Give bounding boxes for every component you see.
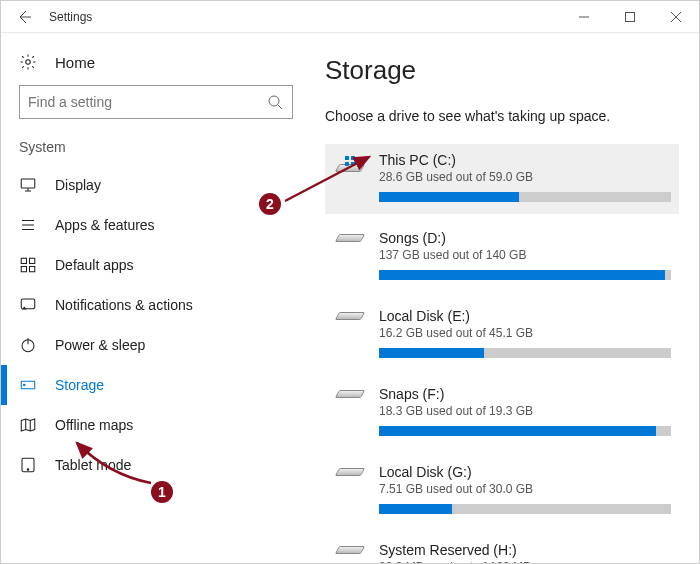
close-button[interactable] [653,1,699,33]
drive-item-f[interactable]: Snaps (F:) 18.3 GB used out of 19.3 GB [325,378,679,448]
back-button[interactable] [1,1,47,33]
hdd-icon [335,312,365,320]
drive-title: Songs (D:) [379,230,671,246]
usage-bar [379,426,671,436]
drive-usage: 137 GB used out of 140 GB [379,248,671,262]
drive-body: Local Disk (E:) 16.2 GB used out of 45.1… [379,308,671,358]
gear-icon [19,53,37,71]
window-controls [561,1,699,33]
svg-rect-5 [30,258,35,263]
sidebar-item-power[interactable]: Power & sleep [1,325,311,365]
drive-body: Snaps (F:) 18.3 GB used out of 19.3 GB [379,386,671,436]
sidebar-item-label: Power & sleep [55,337,145,353]
drive-icon [333,386,367,398]
svg-point-11 [24,384,26,386]
svg-rect-0 [626,12,635,21]
display-icon [19,176,37,194]
home-label: Home [55,54,95,71]
page-subtitle: Choose a drive to see what's taking up s… [325,108,679,124]
maximize-button[interactable] [607,1,653,33]
hdd-icon [335,234,365,242]
drive-item-h[interactable]: System Reserved (H:) 89.3 MB used out of… [325,534,679,563]
sidebar-item-label: Apps & features [55,217,155,233]
default-apps-icon [19,256,37,274]
svg-rect-3 [21,179,35,188]
sidebar-item-offline-maps[interactable]: Offline maps [1,405,311,445]
drive-body: Local Disk (G:) 7.51 GB used out of 30.0… [379,464,671,514]
usage-bar [379,192,671,202]
annotation-step-2: 2 [257,191,283,217]
notifications-icon [19,296,37,314]
drive-title: Local Disk (E:) [379,308,671,324]
usage-fill [379,504,452,514]
usage-fill [379,192,519,202]
usage-bar [379,270,671,280]
usage-bar [379,348,671,358]
drive-body: System Reserved (H:) 89.3 MB used out of… [379,542,671,563]
selection-indicator [1,365,7,405]
tablet-icon [19,456,37,474]
maps-icon [19,416,37,434]
window-title: Settings [47,10,561,24]
group-label: System [1,139,311,165]
windows-logo-icon [345,156,355,166]
main-panel: Storage Choose a drive to see what's tak… [311,33,699,563]
drive-icon [333,542,367,554]
page-title: Storage [325,55,679,86]
settings-window: Settings Home [0,0,700,564]
home-nav[interactable]: Home [1,47,311,85]
search-input[interactable] [28,94,266,110]
drive-usage: 18.3 GB used out of 19.3 GB [379,404,671,418]
drive-item-d[interactable]: Songs (D:) 137 GB used out of 140 GB [325,222,679,292]
search-box[interactable] [19,85,293,119]
hdd-icon [335,468,365,476]
drive-item-c[interactable]: This PC (C:) 28.6 GB used out of 59.0 GB [325,144,679,214]
usage-fill [379,270,665,280]
svg-rect-6 [21,267,26,272]
drive-usage: 89.3 MB used out of 100 MB [379,560,671,563]
annotation-step-1: 1 [149,479,175,505]
sidebar-item-label: Storage [55,377,104,393]
drive-usage: 7.51 GB used out of 30.0 GB [379,482,671,496]
drive-icon [333,152,367,172]
drive-body: Songs (D:) 137 GB used out of 140 GB [379,230,671,280]
sidebar-item-label: Offline maps [55,417,133,433]
svg-point-1 [26,60,31,65]
sidebar-item-default-apps[interactable]: Default apps [1,245,311,285]
hdd-icon [335,390,365,398]
drive-title: This PC (C:) [379,152,671,168]
drive-usage: 16.2 GB used out of 45.1 GB [379,326,671,340]
sidebar-item-label: Notifications & actions [55,297,193,313]
svg-point-2 [269,96,279,106]
drive-body: This PC (C:) 28.6 GB used out of 59.0 GB [379,152,671,202]
sidebar-item-label: Default apps [55,257,134,273]
sidebar-item-storage[interactable]: Storage [1,365,311,405]
drive-item-e[interactable]: Local Disk (E:) 16.2 GB used out of 45.1… [325,300,679,370]
drive-icon [333,230,367,242]
power-icon [19,336,37,354]
svg-rect-7 [30,267,35,272]
titlebar: Settings [1,1,699,33]
svg-point-13 [27,469,29,471]
usage-fill [379,348,484,358]
apps-icon [19,216,37,234]
sidebar-item-label: Display [55,177,101,193]
svg-rect-4 [21,258,26,263]
minimize-button[interactable] [561,1,607,33]
drive-title: System Reserved (H:) [379,542,671,558]
drive-usage: 28.6 GB used out of 59.0 GB [379,170,671,184]
drive-title: Local Disk (G:) [379,464,671,480]
usage-fill [379,426,656,436]
sidebar-item-label: Tablet mode [55,457,131,473]
sidebar-item-notifications[interactable]: Notifications & actions [1,285,311,325]
body: Home System Display Apps & features [1,33,699,563]
drive-title: Snaps (F:) [379,386,671,402]
drive-item-g[interactable]: Local Disk (G:) 7.51 GB used out of 30.0… [325,456,679,526]
drive-icon [333,308,367,320]
svg-rect-8 [21,299,35,309]
storage-icon [19,376,37,394]
search-icon [266,94,284,110]
hdd-icon [335,546,365,554]
usage-bar [379,504,671,514]
drive-icon [333,464,367,476]
